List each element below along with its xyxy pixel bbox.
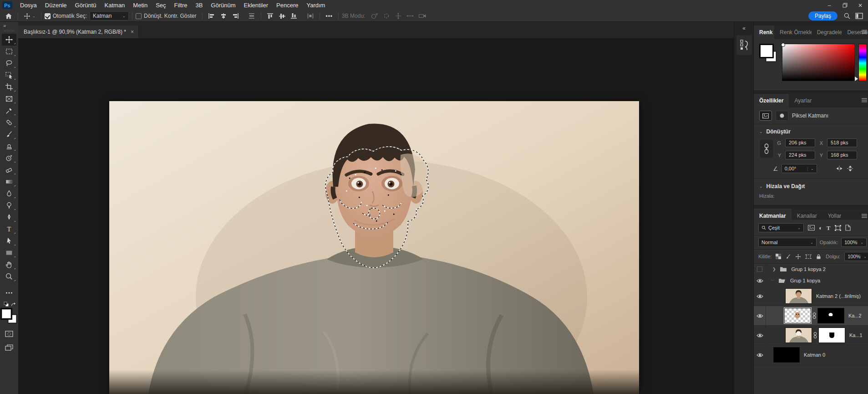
collapse-panels-icon[interactable]: « [734, 21, 754, 31]
menu-3b[interactable]: 3B [191, 0, 207, 10]
layer-thumbnail-selected[interactable] [784, 308, 811, 323]
close-window-icon[interactable]: ✕ [853, 0, 868, 10]
swap-colors-icon[interactable] [10, 302, 16, 307]
group-expanded-chevron-icon[interactable]: ﹀ [771, 278, 775, 284]
document-canvas[interactable] [109, 101, 639, 394]
layer-row-katman-2[interactable]: Katman 2 (...tirilmiş) [754, 287, 868, 306]
layer-row-group-1-kopya[interactable]: ﹀ Grup 1 kopya [754, 275, 868, 287]
dodge-tool[interactable] [2, 200, 16, 211]
align-bottom-edges-icon[interactable] [288, 11, 300, 21]
blur-tool[interactable] [2, 188, 16, 200]
align-right-edges-icon[interactable] [229, 11, 241, 21]
pixel-layer-properties-icon[interactable] [759, 111, 772, 121]
lock-transparency-icon[interactable] [776, 254, 781, 259]
foreground-color-swatch[interactable] [1, 309, 11, 319]
visibility-toggle-eye-icon[interactable] [754, 287, 766, 306]
height-field[interactable]: 224 pks [785, 151, 815, 159]
fill-dropdown[interactable]: 100% ⌄ [844, 252, 868, 261]
distribute-vertical-centers-icon[interactable] [305, 11, 316, 21]
canvas-pasteboard[interactable] [18, 38, 734, 394]
properties-panel-menu-icon[interactable] [862, 98, 868, 102]
clone-stamp-tool[interactable] [2, 140, 16, 152]
layer-thumbnail[interactable] [785, 327, 812, 343]
angle-field[interactable]: 0,00° ⌄ [782, 164, 817, 173]
rectangle-tool[interactable] [2, 247, 16, 259]
color-panel-menu-icon[interactable] [862, 30, 868, 34]
blend-mode-dropdown[interactable]: Normal ⌄ [758, 238, 817, 247]
layer-row-katman-0[interactable]: Katman 0 [754, 345, 868, 365]
visibility-toggle-eye-icon[interactable] [754, 306, 766, 325]
layer-thumbnail[interactable] [773, 347, 800, 363]
workspace-switcher-icon[interactable] [853, 11, 865, 21]
layer-filter-dropdown[interactable]: Çeşit ⌄ [758, 223, 804, 232]
quick-mask-mode-icon[interactable] [2, 328, 16, 340]
lock-artboard-icon[interactable] [805, 254, 812, 260]
zoom-tool[interactable] [2, 271, 16, 282]
hand-tool[interactable] [2, 259, 16, 271]
layer-row-group-1-kopya-2[interactable]: ❯ Grup 1 kopya 2 [754, 264, 868, 275]
default-colors-icon[interactable] [4, 302, 9, 307]
menu-metin[interactable]: Metin [129, 0, 152, 10]
minimize-window-icon[interactable]: – [822, 0, 837, 10]
flip-vertical-icon[interactable] [847, 165, 854, 172]
align-top-edges-icon[interactable] [264, 11, 276, 21]
menu-katman[interactable]: Katman [101, 0, 129, 10]
toolbar-grip[interactable] [4, 30, 14, 32]
filter-type-layers-icon[interactable]: T [827, 225, 831, 231]
color-field-cursor[interactable] [781, 43, 785, 47]
menu-eklentiler[interactable]: Eklentiler [240, 0, 272, 10]
tab-renk-ornekleri[interactable]: Renk Örnekleri [774, 26, 812, 39]
menu-goruntu[interactable]: Görüntü [71, 0, 101, 10]
auto-select-target-dropdown[interactable]: Katman ⌄ [90, 11, 129, 20]
layer-mask-link-icon[interactable] [812, 312, 816, 319]
link-dimensions-icon[interactable] [760, 140, 773, 158]
visibility-toggle-empty[interactable] [754, 264, 766, 275]
y-field[interactable]: 168 pks [827, 151, 857, 159]
crop-tool[interactable] [2, 81, 16, 93]
3d-slide-icon[interactable] [404, 11, 416, 21]
mask-properties-icon[interactable] [776, 111, 788, 121]
edit-toolbar-icon[interactable] [2, 287, 16, 299]
restore-window-icon[interactable] [837, 0, 853, 10]
layer-mask-thumbnail[interactable] [818, 327, 845, 343]
visibility-toggle-eye-icon[interactable] [754, 345, 766, 364]
lock-all-icon[interactable] [816, 254, 822, 260]
align-left-edges-icon[interactable] [206, 11, 218, 21]
move-tool-preset-icon[interactable]: ⌄ [21, 11, 38, 21]
menu-sec[interactable]: Seç [152, 0, 170, 10]
type-tool[interactable]: T [2, 223, 16, 235]
visibility-toggle-eye-icon[interactable] [754, 275, 766, 286]
panel-foreground-swatch[interactable] [760, 45, 773, 57]
document-tab[interactable]: Başlıksız-1 @ 90,9% (Katman 2, RGB/8) * … [18, 26, 139, 38]
gradient-tool[interactable] [2, 176, 16, 188]
width-field[interactable]: 206 pks [785, 138, 815, 147]
more-options-icon[interactable]: ••• [323, 11, 335, 21]
healing-brush-tool[interactable] [2, 117, 16, 128]
opacity-dropdown[interactable]: 100% ⌄ [841, 238, 867, 247]
menu-pencere[interactable]: Pencere [272, 0, 302, 10]
color-field[interactable] [782, 44, 855, 81]
group-collapsed-chevron-icon[interactable]: ❯ [772, 267, 776, 271]
close-tab-icon[interactable]: × [131, 29, 134, 35]
eraser-tool[interactable] [2, 164, 16, 176]
home-icon[interactable] [3, 11, 15, 21]
screen-mode-icon[interactable] [2, 342, 16, 353]
search-icon[interactable] [841, 11, 853, 21]
layer-mask-thumbnail[interactable] [817, 308, 844, 323]
frame-tool[interactable] [2, 93, 16, 105]
show-transform-controls-checkbox[interactable] [136, 13, 142, 19]
menu-dosya[interactable]: Dosya [16, 0, 41, 10]
tab-renk[interactable]: Renk [754, 26, 774, 39]
3d-orbit-icon[interactable] [368, 11, 381, 21]
photoshop-logo[interactable]: Ps [2, 1, 12, 9]
marquee-tool[interactable] [2, 46, 16, 57]
path-selection-tool[interactable] [2, 235, 16, 247]
align-horizontal-centers-icon[interactable] [218, 11, 229, 21]
3d-camera-icon[interactable] [416, 11, 429, 21]
distribute-horizontal-centers-icon[interactable] [246, 11, 258, 21]
menu-duzenle[interactable]: Düzenle [41, 0, 71, 10]
layer-thumbnail[interactable] [785, 288, 812, 304]
layer-mask-link-icon[interactable] [813, 332, 817, 339]
layer-row-katman-2-kopya[interactable]: Ka...2 [754, 306, 868, 326]
flip-horizontal-icon[interactable] [835, 165, 843, 172]
